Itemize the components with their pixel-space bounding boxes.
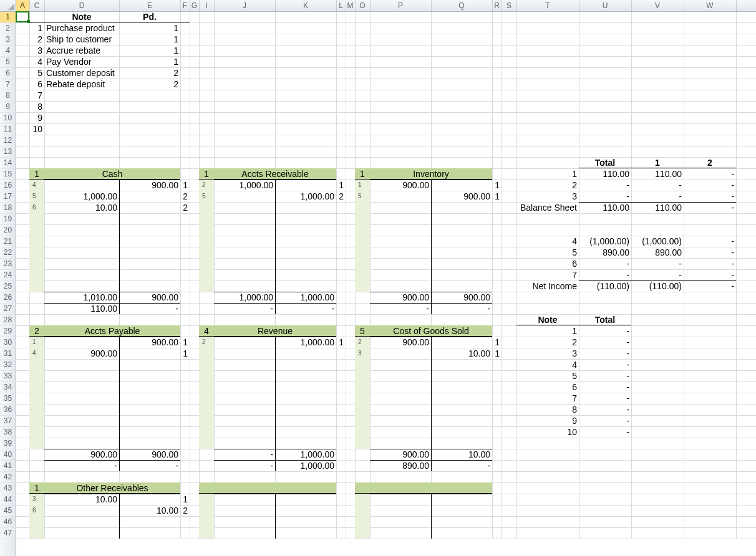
nt-row-val[interactable]: - <box>579 348 631 359</box>
summary-row-c1[interactable]: - <box>631 180 684 191</box>
col-header-R[interactable]: R <box>492 0 502 11</box>
nt-row-num[interactable]: 10 <box>516 426 579 438</box>
t-entry-credit[interactable]: 10.00 <box>431 348 492 359</box>
row-header-43[interactable]: 43 <box>0 482 16 494</box>
summary-bal-c2[interactable]: - <box>684 202 736 213</box>
note-pd-9[interactable] <box>119 112 180 123</box>
t-account-title[interactable] <box>370 482 492 494</box>
nt-row-val[interactable]: - <box>579 426 631 438</box>
col-header-L[interactable]: L <box>336 0 346 11</box>
summary-row-total[interactable]: 110.00 <box>579 168 631 180</box>
row-header-32[interactable]: 32 <box>0 359 16 371</box>
summary-row2-label[interactable]: 6 <box>516 258 579 269</box>
row-header-35[interactable]: 35 <box>0 393 16 405</box>
summary-row-c2[interactable]: - <box>684 191 736 202</box>
t-entry-debit[interactable]: 900.00 <box>370 337 431 348</box>
note-num-2[interactable]: 2 <box>29 34 44 45</box>
row-header-34[interactable]: 34 <box>0 381 16 393</box>
t-account-title[interactable]: Accts Receivable <box>214 168 336 180</box>
row-header-10[interactable]: 10 <box>0 112 16 124</box>
col-header-A[interactable]: A <box>16 0 30 11</box>
t-account-corner[interactable] <box>355 482 370 494</box>
nt-row-num[interactable]: 2 <box>516 337 579 348</box>
nt-row-num[interactable]: 4 <box>516 359 579 370</box>
row-header-6[interactable]: 6 <box>0 67 16 79</box>
row-header-8[interactable]: 8 <box>0 90 16 102</box>
row-header-36[interactable]: 36 <box>0 404 16 416</box>
row-header-42[interactable]: 42 <box>0 471 16 483</box>
col-header-M[interactable]: M <box>346 0 356 11</box>
row-header-31[interactable]: 31 <box>0 348 16 360</box>
summary-row2-label[interactable]: 4 <box>516 236 579 247</box>
summary-row2-label[interactable]: 7 <box>516 269 579 280</box>
t-net-credit[interactable]: - <box>119 303 180 314</box>
summary-row2-c2[interactable]: - <box>684 269 736 280</box>
row-header-3[interactable]: 3 <box>0 34 16 46</box>
col-header-T[interactable]: T <box>516 0 579 11</box>
t-entry-credit[interactable]: 10.00 <box>119 505 180 516</box>
t-total-debit[interactable]: 900.00 <box>370 449 431 460</box>
col-header-J[interactable]: J <box>214 0 276 11</box>
col-header-O[interactable]: O <box>355 0 371 11</box>
row-header-12[interactable]: 12 <box>0 135 16 146</box>
summary-row-total[interactable]: - <box>579 191 631 202</box>
note-num-6[interactable]: 6 <box>29 79 44 90</box>
t-entry-pd[interactable]: 1 <box>492 191 502 202</box>
summary-balance-label[interactable]: Balance Sheet <box>492 202 579 213</box>
note-num-7[interactable]: 7 <box>29 90 44 101</box>
row-header-20[interactable]: 20 <box>0 224 16 236</box>
nt-row-val[interactable]: - <box>579 415 631 426</box>
summary-hdr-total[interactable]: Total <box>579 157 631 168</box>
row-header-26[interactable]: 26 <box>0 292 16 304</box>
t-entry-debit[interactable]: 900.00 <box>370 180 431 191</box>
row-header-46[interactable]: 46 <box>0 516 16 528</box>
t-total-credit[interactable]: 900.00 <box>119 449 180 460</box>
summary-row-c1[interactable]: - <box>631 191 684 202</box>
row-header-33[interactable]: 33 <box>0 370 16 382</box>
note-pd-8[interactable] <box>119 101 180 112</box>
summary-ni-c1[interactable]: (110.00) <box>631 280 684 292</box>
t-total-debit[interactable]: - <box>214 449 275 460</box>
nt-row-val[interactable]: - <box>579 325 631 337</box>
t-account-corner[interactable]: 5 <box>355 325 370 337</box>
note-num-4[interactable]: 4 <box>29 56 44 67</box>
nt-row-val[interactable]: - <box>579 359 631 370</box>
t-entry-credit[interactable]: 900.00 <box>431 191 492 202</box>
summary-row-c1[interactable]: 110.00 <box>631 168 684 180</box>
note-num-3[interactable]: 3 <box>29 45 44 56</box>
t-net-credit[interactable]: - <box>431 460 492 471</box>
summary-row2-c2[interactable]: - <box>684 247 736 258</box>
t-account-title[interactable] <box>214 482 336 494</box>
summary-bal-total[interactable]: 110.00 <box>579 202 631 213</box>
summary-row-total[interactable]: - <box>579 180 631 191</box>
t-entry-pd[interactable]: 2 <box>180 505 190 516</box>
row-header-21[interactable]: 21 <box>0 236 16 247</box>
row-header-23[interactable]: 23 <box>0 258 16 270</box>
row-header-29[interactable]: 29 <box>0 325 16 337</box>
t-entry-credit[interactable]: 900.00 <box>119 180 180 191</box>
note-num-10[interactable]: 10 <box>29 123 44 135</box>
t-total-credit[interactable]: 10.00 <box>431 449 492 460</box>
col-header-D[interactable]: D <box>44 0 120 11</box>
t-total-credit[interactable]: 1,000.00 <box>275 292 336 303</box>
row-header-4[interactable]: 4 <box>0 45 16 57</box>
row-header-44[interactable]: 44 <box>0 494 16 506</box>
nt-row-num[interactable]: 7 <box>516 393 579 404</box>
row-header-2[interactable]: 2 <box>0 22 16 34</box>
summary-row2-total[interactable]: 890.00 <box>579 247 631 258</box>
row-header-37[interactable]: 37 <box>0 415 16 427</box>
notes-header-pd[interactable]: Pd. <box>119 11 180 22</box>
row-header-13[interactable]: 13 <box>0 146 16 158</box>
col-header-W[interactable]: W <box>684 0 737 11</box>
notes-header-note[interactable]: Note <box>44 11 119 22</box>
row-header-5[interactable]: 5 <box>0 56 16 68</box>
t-net-debit[interactable]: - <box>370 303 431 314</box>
t-account-title[interactable]: Revenue <box>214 325 336 337</box>
note-num-8[interactable]: 8 <box>29 101 44 112</box>
t-account-corner[interactable]: 1 <box>29 168 44 180</box>
note-pd-7[interactable] <box>119 90 180 101</box>
t-entry-debit[interactable]: 10.00 <box>44 494 119 505</box>
t-account-corner[interactable]: 4 <box>199 325 214 337</box>
col-header-Q[interactable]: Q <box>431 0 493 11</box>
t-account-corner[interactable]: 1 <box>355 168 370 180</box>
